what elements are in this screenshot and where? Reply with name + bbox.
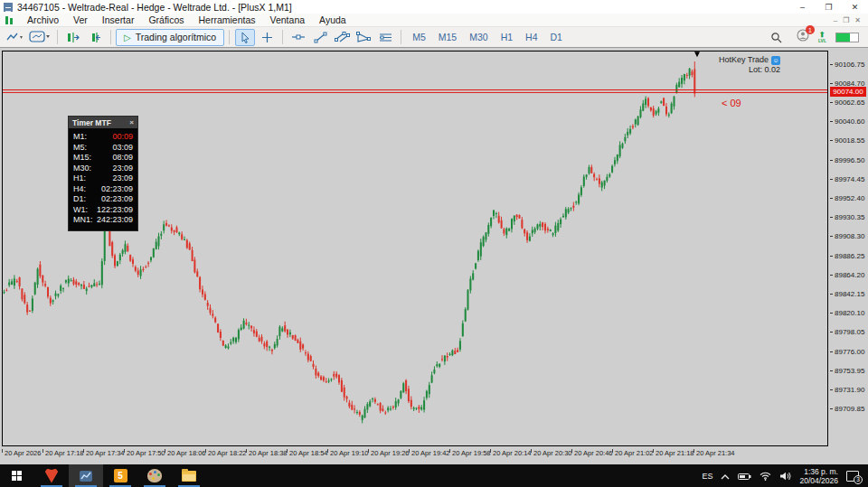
timer-row-label: W1: <box>73 205 88 216</box>
speaker-icon[interactable] <box>779 468 791 484</box>
template-icon[interactable] <box>28 29 52 46</box>
candlestick-chart[interactable]: HotKey Trade ☺ Lot: 0.02 < 09 Timer MTF … <box>2 51 828 446</box>
price-axis-label: 89798.05 <box>830 328 864 336</box>
time-axis-label: 20 Apr 20:30 <box>531 449 572 457</box>
action-center-icon[interactable]: 3 <box>846 471 859 482</box>
search-icon[interactable] <box>767 29 787 46</box>
taskbar-explorer-icon[interactable] <box>172 464 206 487</box>
timeframe-button-m15[interactable]: M15 <box>432 29 463 46</box>
timer-row-value: 03:09 <box>112 143 133 154</box>
notification-badge: 1 <box>806 25 815 34</box>
hotkey-trade-panel: HotKey Trade ☺ Lot: 0.02 <box>719 55 780 75</box>
time-axis-label: 20 Apr 17:50 <box>124 449 165 457</box>
time-axis-label: 20 Apr 19:42 <box>409 449 450 457</box>
timer-row: M5:03:09 <box>73 143 133 154</box>
auto-scroll-icon[interactable] <box>85 29 105 46</box>
mdi-close-button[interactable]: ✕ <box>854 16 861 24</box>
price-axis-label: 90062.65 <box>830 98 864 107</box>
tray-date: 20/04/2026 <box>799 476 838 485</box>
timer-row: M1:00:09 <box>73 132 133 143</box>
timeframe-button-m5[interactable]: M5 <box>406 29 432 46</box>
time-axis[interactable]: 20 Apr 202620 Apr 17:1820 Apr 17:3420 Ap… <box>0 447 828 460</box>
paint-icon <box>147 469 162 482</box>
algo-trading-button[interactable]: ▷ Trading algorítmico <box>116 29 224 46</box>
wifi-icon[interactable] <box>760 468 771 484</box>
maximize-button[interactable]: ❐ <box>816 0 842 14</box>
taskbar-mt5-terminal-icon[interactable] <box>69 464 103 487</box>
time-axis-label: 20 Apr 19:58 <box>449 449 491 457</box>
timeframe-button-h1[interactable]: H1 <box>495 29 519 46</box>
price-axis-label: 89709.85 <box>830 405 864 413</box>
desktop: 34467105 - Weltrade-Real - Hedge - Weltr… <box>0 0 868 487</box>
time-axis-label: 20 Apr 18:38 <box>246 449 288 457</box>
chart-type-icon[interactable] <box>5 29 26 46</box>
time-axis-label: 20 Apr 17:34 <box>83 449 125 457</box>
cursor-icon[interactable] <box>235 29 255 46</box>
timer-mtf-panel[interactable]: Timer MTF × M1:00:09M5:03:09M15:08:09M30… <box>68 116 138 231</box>
menu-item-ventana[interactable]: Ventana <box>263 14 313 27</box>
taskbar-paint-icon[interactable] <box>137 464 172 487</box>
system-tray: ES 1:36 p. m. 20/04/2026 3 <box>702 467 868 485</box>
price-axis-label: 89996.50 <box>830 156 864 164</box>
price-axis-label: 89820.10 <box>830 309 864 317</box>
menu-item-ver[interactable]: Ver <box>66 14 95 27</box>
tray-chevron-icon[interactable] <box>721 468 730 484</box>
toolbar: ▷ Trading algorítmico M5M15M30H1H4D1 <box>0 27 868 48</box>
trendline-icon[interactable] <box>310 29 330 46</box>
fibo-icon[interactable] <box>375 29 395 46</box>
timeframe-button-h4[interactable]: H4 <box>519 29 543 46</box>
battery-icon[interactable] <box>738 468 751 484</box>
trade-marker-icon <box>694 52 700 57</box>
taskbar-start-icon[interactable] <box>0 464 34 487</box>
action-center-badge: 3 <box>854 475 863 484</box>
app-icon <box>4 3 13 12</box>
hotkey-trade-label: HotKey Trade <box>719 55 769 65</box>
close-button[interactable]: ✕ <box>842 0 868 14</box>
timeframe-button-d1[interactable]: D1 <box>544 29 569 46</box>
mdi-restore-button[interactable]: ❐ <box>843 16 849 24</box>
channel-icon[interactable] <box>332 29 352 46</box>
algo-trading-label: Trading algorítmico <box>136 32 216 42</box>
menu-item-ayuda[interactable]: Ayuda <box>312 14 354 27</box>
price-axis-label: 90018.55 <box>830 136 864 145</box>
timer-row: H1:23:09 <box>73 173 133 184</box>
timer-panel-title: Timer MTF <box>72 118 111 127</box>
language-indicator[interactable]: ES <box>702 472 712 481</box>
timer-row-value: 122:23:09 <box>97 205 133 216</box>
timer-row-label: M1: <box>73 132 87 143</box>
price-axis[interactable]: 90106.7590084.7090062.6590040.6090018.55… <box>830 48 868 464</box>
taskbar-brave-icon[interactable] <box>34 464 69 487</box>
menu-item-insertar[interactable]: Insertar <box>95 14 142 27</box>
menu-item-archivo[interactable]: Archivo <box>20 14 66 27</box>
menu-item-gráficos[interactable]: Gráficos <box>141 14 191 27</box>
timer-row-value: 02:23:09 <box>101 184 133 195</box>
clock[interactable]: 1:36 p. m. 20/04/2026 <box>799 467 838 485</box>
price-axis-label: 89864.20 <box>830 271 864 279</box>
taskbar-mt5-program-icon[interactable]: 5 <box>103 464 137 487</box>
mdi-minimize-button[interactable]: – <box>834 16 837 24</box>
timer-close-icon[interactable]: × <box>129 118 134 126</box>
account-icon[interactable]: 1 <box>797 29 809 45</box>
crosshair-icon[interactable] <box>257 29 277 46</box>
timer-row: H4:02:23:09 <box>73 184 133 195</box>
price-axis-label: 89776.00 <box>830 348 864 356</box>
menu-item-herramientas[interactable]: Herramientas <box>191 14 262 27</box>
minimize-button[interactable]: – <box>789 0 816 14</box>
timeframe-button-m30[interactable]: M30 <box>463 29 494 46</box>
price-axis-label: 90040.60 <box>830 117 864 126</box>
price-axis-label: 89886.25 <box>830 252 864 260</box>
menubar: ArchivoVerInsertarGráficosHerramientasVe… <box>0 14 868 27</box>
triangle-icon[interactable] <box>354 29 373 46</box>
shift-end-icon[interactable] <box>63 29 83 46</box>
time-axis-label: 20 Apr 18:06 <box>165 449 206 457</box>
time-axis-label: 20 Apr 21:34 <box>693 449 735 457</box>
time-axis-label: 20 Apr 18:22 <box>205 449 247 457</box>
timer-row-label: H4: <box>73 184 86 195</box>
time-axis-label: 20 Apr 21:18 <box>653 449 694 457</box>
lot-label: Lot: 0.02 <box>749 65 780 75</box>
hline-icon[interactable] <box>288 29 308 46</box>
timer-row: W1:122:23:09 <box>73 205 133 216</box>
timer-row: M30:23:09 <box>73 164 133 174</box>
lvl-icon[interactable]: ⬆ LVL <box>818 32 826 42</box>
time-axis-label: 20 Apr 2026 <box>2 449 41 457</box>
